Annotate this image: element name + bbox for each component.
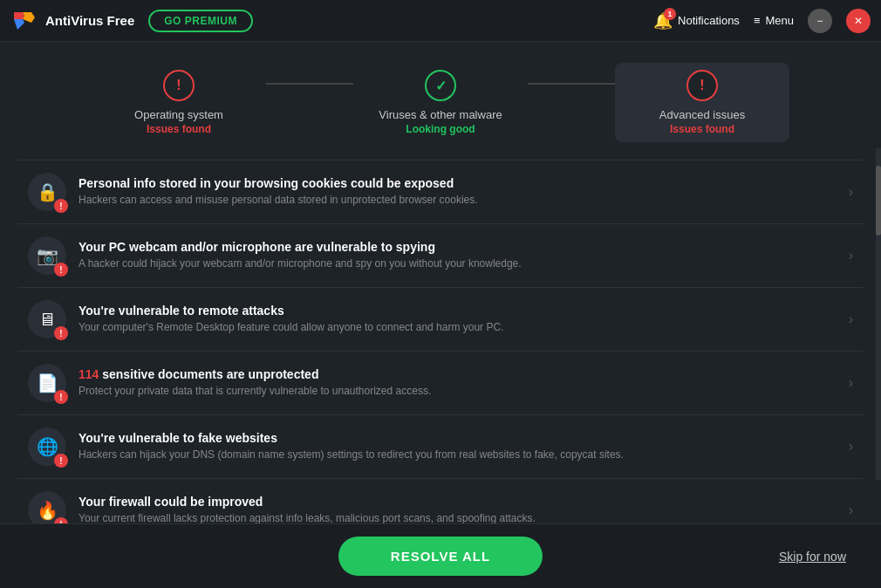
issue-item-cookies[interactable]: 🔒 ! Personal info stored in your browsin… — [17, 161, 864, 224]
issue-icon-fake-websites: 🌐 ! — [28, 427, 66, 466]
warning-badge-remote: ! — [54, 326, 68, 340]
chevron-right-icon-cookies: › — [849, 184, 853, 200]
issue-icon-remote: 🖥 ! — [28, 300, 66, 338]
issue-content-firewall: Your firewall could be improved Your cur… — [79, 495, 842, 526]
avg-logo-icon — [10, 7, 38, 35]
minimize-button[interactable]: − — [808, 9, 832, 33]
issue-item-fake-websites[interactable]: 🌐 ! You're vulnerable to fake websites H… — [17, 415, 864, 479]
scrollbar-thumb[interactable] — [876, 166, 881, 236]
issue-item-documents[interactable]: 📄 ! 114 sensitive documents are unprotec… — [17, 352, 864, 415]
issue-content-fake-websites: You're vulnerable to fake websites Hacke… — [79, 431, 842, 462]
bottom-bar: RESOLVE ALL Skip for now — [0, 523, 881, 588]
hamburger-icon: ≡ — [754, 14, 761, 27]
close-button[interactable]: ✕ — [846, 9, 871, 33]
issue-title-remote: You're vulnerable to remote attacks — [79, 304, 842, 318]
step-label-advanced: Advanced issues — [659, 108, 745, 121]
step-advanced[interactable]: ! Advanced issues Issues found — [615, 63, 789, 142]
issue-title-fake-websites: You're vulnerable to fake websites — [79, 431, 842, 445]
titlebar: AntiVirus Free GO PREMIUM 🔔 1 Notificati… — [0, 0, 881, 42]
issues-list: 🔒 ! Personal info stored in your browsin… — [17, 160, 864, 543]
step-connector-2 — [528, 83, 615, 85]
steps-bar: ! Operating system Issues found ✓ Viruse… — [0, 42, 881, 160]
go-premium-button[interactable]: GO PREMIUM — [148, 10, 253, 32]
notification-badge: 1 — [664, 8, 676, 20]
chevron-right-icon-firewall: › — [849, 503, 853, 518]
warning-badge-webcam: ! — [54, 263, 68, 277]
step-status-viruses: Looking good — [406, 123, 475, 135]
issue-icon-cookies: 🔒 ! — [28, 173, 66, 211]
issue-icon-webcam: 📷 ! — [28, 236, 66, 275]
issue-desc-remote: Your computer's Remote Desktop feature c… — [79, 320, 842, 335]
step-viruses[interactable]: ✓ Viruses & other malware Looking good — [353, 70, 528, 135]
highlight-count: 114 — [79, 367, 99, 381]
notifications-label: Notifications — [678, 14, 740, 27]
chevron-right-icon-remote: › — [849, 311, 853, 327]
menu-button[interactable]: ≡ Menu — [754, 14, 794, 27]
menu-label: Menu — [765, 14, 794, 27]
step-status-advanced: Issues found — [670, 123, 734, 135]
step-circle-advanced: ! — [686, 70, 718, 101]
issue-desc-webcam: A hacker could hijack your webcam and/or… — [79, 256, 842, 271]
chevron-right-icon-webcam: › — [849, 248, 853, 263]
issue-desc-cookies: Hackers can access and misuse personal d… — [79, 193, 842, 208]
issue-title-cookies: Personal info stored in your browsing co… — [79, 176, 842, 190]
skip-for-now-link[interactable]: Skip for now — [779, 550, 846, 564]
issue-icon-documents: 📄 ! — [28, 364, 66, 402]
issue-content-remote: You're vulnerable to remote attacks Your… — [79, 304, 842, 335]
bell-icon: 🔔 1 — [653, 11, 673, 31]
step-circle-operating-system: ! — [163, 70, 195, 101]
warning-badge-fake-websites: ! — [54, 454, 68, 468]
app-name: AntiVirus Free — [45, 13, 134, 28]
issue-title-firewall: Your firewall could be improved — [79, 495, 842, 509]
scrollbar[interactable] — [876, 148, 881, 480]
logo-area: AntiVirus Free — [10, 7, 134, 35]
warning-badge-cookies: ! — [54, 199, 68, 213]
issue-item-webcam[interactable]: 📷 ! Your PC webcam and/or microphone are… — [17, 224, 864, 288]
chevron-right-icon-documents: › — [849, 375, 853, 391]
step-circle-viruses: ✓ — [425, 70, 456, 101]
issue-content-webcam: Your PC webcam and/or microphone are vul… — [79, 240, 842, 271]
issue-content-documents: 114 sensitive documents are unprotected … — [79, 367, 842, 399]
chevron-right-icon-fake-websites: › — [849, 439, 853, 455]
step-label-operating-system: Operating system — [134, 108, 223, 121]
resolve-all-button[interactable]: RESOLVE ALL — [338, 537, 543, 576]
titlebar-right: 🔔 1 Notifications ≡ Menu − ✕ — [653, 9, 871, 33]
issue-content-cookies: Personal info stored in your browsing co… — [79, 176, 842, 208]
issue-item-remote[interactable]: 🖥 ! You're vulnerable to remote attacks … — [17, 288, 864, 352]
step-status-operating-system: Issues found — [147, 123, 211, 135]
issue-title-webcam: Your PC webcam and/or microphone are vul… — [79, 240, 842, 254]
step-connector-1 — [266, 83, 353, 85]
svg-marker-1 — [14, 12, 24, 19]
warning-badge-documents: ! — [54, 390, 68, 404]
step-operating-system[interactable]: ! Operating system Issues found — [92, 70, 266, 135]
issue-title-documents: 114 sensitive documents are unprotected — [79, 367, 842, 381]
issue-desc-documents: Protect your private data that is curren… — [79, 384, 842, 399]
issue-desc-fake-websites: Hackers can hijack your DNS (domain name… — [79, 448, 842, 462]
notifications-button[interactable]: 🔔 1 Notifications — [653, 11, 740, 31]
step-label-viruses: Viruses & other malware — [379, 108, 502, 121]
